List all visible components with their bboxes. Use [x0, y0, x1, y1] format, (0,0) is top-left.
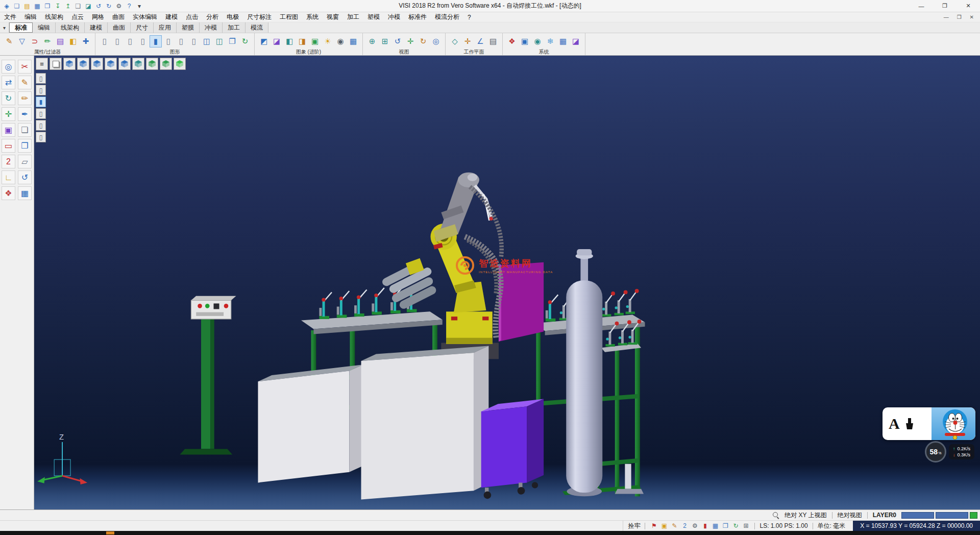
quick-filter-icon[interactable]: ✚: [80, 35, 92, 47]
plane-icon[interactable]: ▱: [18, 155, 32, 168]
menu-item[interactable]: 尺寸标注: [243, 13, 276, 21]
menu-item[interactable]: 模流分析: [431, 13, 463, 21]
dynamic-view-icon[interactable]: ◎: [430, 35, 442, 47]
workplane-list-icon[interactable]: ▤: [487, 35, 499, 47]
menu-item[interactable]: 建模: [161, 13, 182, 21]
undo-step-icon[interactable]: ↺: [18, 171, 32, 184]
wireframe-mode-icon[interactable]: ▯: [162, 35, 175, 47]
save-all-icon[interactable]: ❐: [43, 2, 52, 11]
move-entity-icon[interactable]: ✛: [2, 107, 15, 121]
display-state-icon-6[interactable]: ▯: [36, 132, 46, 142]
background-icon[interactable]: ▦: [347, 35, 359, 47]
rotate-view-icon[interactable]: ↻: [417, 35, 429, 47]
bounding-box-icon[interactable]: ◫: [201, 35, 213, 47]
magnet-icon[interactable]: ⊃: [29, 35, 41, 47]
layout-grid-icon[interactable]: ⊞: [741, 521, 750, 530]
tab-stamping[interactable]: 冲模: [200, 22, 223, 33]
zoom-select-icon[interactable]: ◎: [2, 60, 15, 74]
menu-item[interactable]: 塑模: [363, 13, 384, 21]
taskbar-app-chip[interactable]: [106, 531, 114, 534]
view-shaded-icon[interactable]: [174, 58, 186, 70]
render-hidden-icon[interactable]: ◧: [283, 35, 296, 47]
lock-label[interactable]: 拴牢: [623, 522, 645, 530]
help-icon[interactable]: ?: [125, 2, 134, 11]
gear-icon[interactable]: ⚙: [690, 521, 699, 530]
percent-badge[interactable]: 58 %: [925, 441, 946, 463]
view-menu-icon[interactable]: ≡: [36, 58, 48, 70]
view-axon-icon[interactable]: [160, 58, 172, 70]
tab-dimension[interactable]: 尺寸: [131, 22, 154, 33]
render-mixed-icon[interactable]: ◨: [296, 35, 308, 47]
tab-edit[interactable]: 编辑: [33, 22, 56, 33]
view-iso-icon[interactable]: [63, 58, 76, 70]
annotate-icon[interactable]: ✒: [18, 107, 32, 121]
tab-machining[interactable]: 加工: [223, 22, 246, 33]
save-state-icon[interactable]: ❐: [721, 521, 730, 530]
tab-flow[interactable]: 模流: [246, 22, 268, 33]
app-logo-icon[interactable]: ◈: [2, 2, 11, 11]
refresh-icon[interactable]: ↻: [731, 521, 740, 530]
widget-card[interactable]: A: [883, 407, 975, 440]
close-button[interactable]: ✕: [957, 0, 980, 12]
export-sheet-icon[interactable]: ▦: [18, 186, 32, 200]
display-state-icon-5[interactable]: ▯: [36, 120, 46, 131]
restore-button[interactable]: ❐: [933, 0, 957, 12]
angle-icon[interactable]: ∟: [2, 171, 15, 184]
menu-item[interactable]: 点云: [67, 13, 88, 21]
texture-icon[interactable]: ▣: [309, 35, 321, 47]
color-palette-icon[interactable]: ❖: [506, 35, 518, 47]
sheet-icon[interactable]: ❏: [18, 123, 32, 137]
qat-dropdown-icon[interactable]: ▾: [135, 2, 144, 11]
attribute-pencil-icon[interactable]: ✎: [3, 35, 15, 47]
floating-widget[interactable]: A: [883, 407, 975, 463]
show-curves-icon[interactable]: ▯: [111, 35, 124, 47]
redo-icon[interactable]: ↻: [104, 2, 113, 11]
menu-item[interactable]: 线架构: [41, 13, 67, 21]
zoom-window-icon[interactable]: ⊞: [379, 35, 391, 47]
menu-item[interactable]: 电极: [223, 13, 243, 21]
globe-icon[interactable]: ◉: [531, 35, 544, 47]
view-back-icon[interactable]: [118, 58, 131, 70]
two-point-icon[interactable]: 2: [2, 155, 15, 168]
trim-icon[interactable]: ✂: [18, 60, 32, 74]
image-capture-icon[interactable]: ▣: [659, 521, 669, 530]
lighting-icon[interactable]: ☀: [322, 35, 334, 47]
menu-item[interactable]: 实体编辑: [129, 13, 161, 21]
menu-item[interactable]: 视窗: [323, 13, 343, 21]
menu-item[interactable]: 工程图: [276, 13, 302, 21]
palette-icon[interactable]: ❖: [2, 186, 15, 200]
render-plane-icon[interactable]: ◪: [570, 35, 582, 47]
tab-surface[interactable]: 曲面: [108, 22, 131, 33]
view-blank-icon[interactable]: [50, 58, 62, 70]
import-icon[interactable]: ↧: [53, 2, 62, 11]
help2-icon[interactable]: 2: [680, 521, 689, 530]
paint-icon[interactable]: ✎: [670, 521, 679, 530]
display-state-icon-4[interactable]: ▯: [36, 108, 46, 119]
viewport-3d-scene[interactable]: Z: [34, 56, 980, 509]
menu-item[interactable]: 分析: [202, 13, 223, 21]
display-state-icon-1[interactable]: ▯: [36, 73, 46, 84]
refresh-view-icon[interactable]: ↻: [239, 35, 251, 47]
layer-filter-icon[interactable]: ▤: [54, 35, 66, 47]
workplane-xy-icon[interactable]: ◇: [449, 35, 461, 47]
menu-item[interactable]: 冲模: [384, 13, 404, 21]
menu-item[interactable]: 网格: [88, 13, 108, 21]
tab-modeling[interactable]: 建模: [85, 22, 108, 33]
workplane-new-icon[interactable]: ✛: [461, 35, 474, 47]
database-table-icon[interactable]: ▦: [557, 35, 569, 47]
menu-item[interactable]: ?: [463, 14, 475, 21]
view-right-icon[interactable]: [105, 58, 117, 70]
camera-icon[interactable]: ◉: [334, 35, 347, 47]
settings-icon[interactable]: ⚙: [114, 2, 124, 11]
viewport-3d[interactable]: Z ≡: [34, 56, 980, 509]
menu-item[interactable]: 加工: [343, 13, 363, 21]
tab-application[interactable]: 应用: [154, 22, 177, 33]
hidden-line-icon[interactable]: ▯: [175, 35, 187, 47]
section-view-icon[interactable]: ◫: [213, 35, 226, 47]
grid-snap-icon[interactable]: ▦: [710, 521, 720, 530]
draft-pen-icon[interactable]: ✏: [18, 91, 32, 105]
snowflake-icon[interactable]: ❄: [544, 35, 556, 47]
tab-wireframe[interactable]: 线架构: [56, 22, 85, 33]
view-reference-label[interactable]: 绝对视图: [838, 511, 862, 520]
match-properties-icon[interactable]: ✏: [41, 35, 54, 47]
